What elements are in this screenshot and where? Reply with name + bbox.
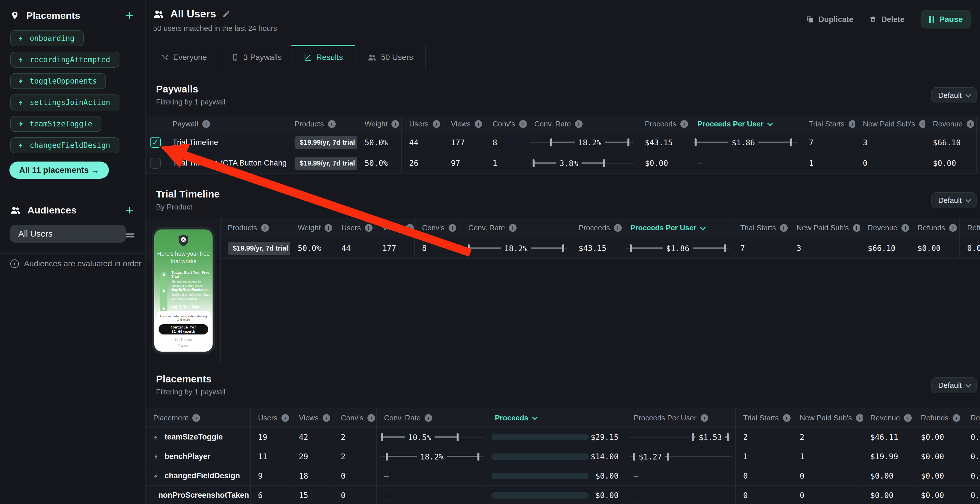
all-placements-button[interactable]: All 11 placements → [10,162,109,179]
lock-icon [161,271,167,277]
bolt-icon [18,120,25,127]
duplicate-button[interactable]: Duplicate [806,15,853,24]
trash-icon [869,16,877,24]
refunds-cell: $0.00 [913,466,963,486]
add-audience-button[interactable] [123,204,136,216]
tab-users[interactable]: 50 Users [355,45,426,70]
product-badge: $19.99/yr, 7d trial [228,242,290,255]
timeline-item-2: Day 5: Trial Reminder You'll get a notif… [172,288,210,301]
placement-item-changedfielddesign[interactable]: changedFieldDesign [10,137,119,153]
placement-item-toggleopponents[interactable]: toggleOpponents [10,73,106,89]
audience-item-label: All Users [18,229,52,239]
row-checkbox-unchecked[interactable] [150,158,161,169]
paywalls-view-select[interactable]: Default [931,87,977,103]
trial-view-select[interactable]: Default [931,192,977,208]
placement-item-onboarding[interactable]: onboarding [10,30,84,46]
conv-rate-cell: 18.2% [377,447,487,466]
bolt-icon [18,78,25,84]
proceeds-cell: $14.00 [487,447,626,466]
info-icon [783,414,791,422]
preview-column-border [220,218,221,364]
paywalls-section-title: Paywalls [156,83,198,95]
row-checkbox-cell [146,132,165,153]
info-icon [10,260,19,268]
col-refund-rate-cut: Ref [963,408,980,428]
info-icon [261,224,269,232]
proceeds-per-user-cell: – [690,153,802,174]
soccer-shield-icon [177,234,190,248]
proceeds-per-user-cell: – [626,466,736,486]
col-conv-rate: Conv. Rate [461,218,571,238]
placements-view-select[interactable]: Default [931,377,977,393]
info-icon [323,414,330,422]
conv-rate-cell: 18.2% [527,132,638,153]
conv-rate-range: 10.5% [377,428,487,447]
delete-button[interactable]: Delete [869,15,904,24]
proceeds-cell: $0.00 [487,466,626,486]
bell-icon [161,288,167,295]
pause-button[interactable]: Pause [921,10,972,29]
weight-cell: 50.0% [357,153,402,174]
paywall-cta-button: Continue for $1.66/month [159,324,208,334]
new-paid-subs-cell: 0 [792,466,863,486]
drag-handle-icon[interactable] [126,232,135,239]
new-paid-subs-cell: 0 [792,486,863,504]
bolt-icon [18,99,25,106]
info-icon [328,120,336,128]
tab-label: Results [316,53,343,62]
placement-row-name[interactable]: nonProScreenshotTaken [146,486,251,504]
view-select-label: Default [938,91,962,100]
placement-item-label: changedFieldDesign [30,141,110,149]
paywall-preview[interactable]: Here's how your free trial works Today: … [152,227,215,354]
placement-item-teamsizetoggle[interactable]: teamSizeToggle [10,116,102,132]
audiences-note: Audiences are evaluated in order [10,259,142,268]
col-proceeds-sorted[interactable]: Proceeds [487,408,626,428]
row-checkbox-checked[interactable] [150,137,161,148]
product-cell: $19.99/yr, 7d trial [220,238,290,258]
proceeds-bar [492,492,589,499]
placement-row-name[interactable]: teamSizeToggle [146,428,251,447]
new-paid-subs-cell: 1 [792,447,863,466]
placement-row-name[interactable]: changedFieldDesign [146,466,251,486]
add-placement-button[interactable] [123,9,136,22]
trial-section-subtitle: By Product [156,203,192,211]
col-proceeds-per-user-sorted[interactable]: Proceeds Per User [690,116,802,132]
conv-rate-range: 3.8% [527,153,637,173]
placement-item-recordingattempted[interactable]: recordingAttempted [10,52,119,68]
placement-item-label: onboarding [30,34,75,43]
views-cell: 177 [375,238,415,258]
product-badge: $19.99/yr, 7d trial [294,136,357,149]
users-cell: 19 [251,428,291,447]
divider [0,254,145,254]
weight-cell: 50.0% [290,238,334,258]
col-proceeds: Proceeds [571,218,623,238]
copy-icon [806,16,814,24]
page-title: All Users [170,8,216,20]
paywall-name[interactable]: Trial Timeline (CTA Button Change) [165,153,287,174]
tab-results[interactable]: Results [291,45,355,70]
placement-item-settingsjoinaction[interactable]: settingsJoinAction [10,95,119,111]
revenue-cell: $0.00 [863,486,913,504]
views-cell: 15 [291,486,333,504]
new-paid-subs-cell: 0 [856,153,926,174]
paywall-name[interactable]: Trial Timeline [165,132,287,153]
tab-paywalls[interactable]: 3 Paywalls [222,45,291,70]
info-icon [202,120,210,128]
col-proceeds-per-user-sorted[interactable]: Proceeds Per User [623,218,733,238]
views-cell: 97 [444,153,485,174]
audience-item-all-users[interactable]: All Users [10,225,126,242]
col-convs: Conv's [485,116,527,132]
product-badge: $19.99/yr, 7d trial [294,157,357,170]
users-icon [153,10,164,19]
placement-list: onboarding recordingAttempted toggleOppo… [10,30,119,153]
placement-row-name[interactable]: benchPlayer [146,447,251,466]
col-convs: Conv's [333,408,377,428]
trial-panel: Products Weight Users Views Conv's Conv.… [146,218,980,364]
users-cell: 6 [251,486,291,504]
refund-rate-cut-cell: 0.0% [963,428,980,447]
refund-rate-cut-cell: 0.0% [963,486,980,504]
col-select [146,116,165,132]
edit-pencil-icon[interactable] [222,10,230,18]
tab-everyone[interactable]: Everyone [146,45,222,70]
conv-rate-cell: 3.8% [527,153,638,174]
